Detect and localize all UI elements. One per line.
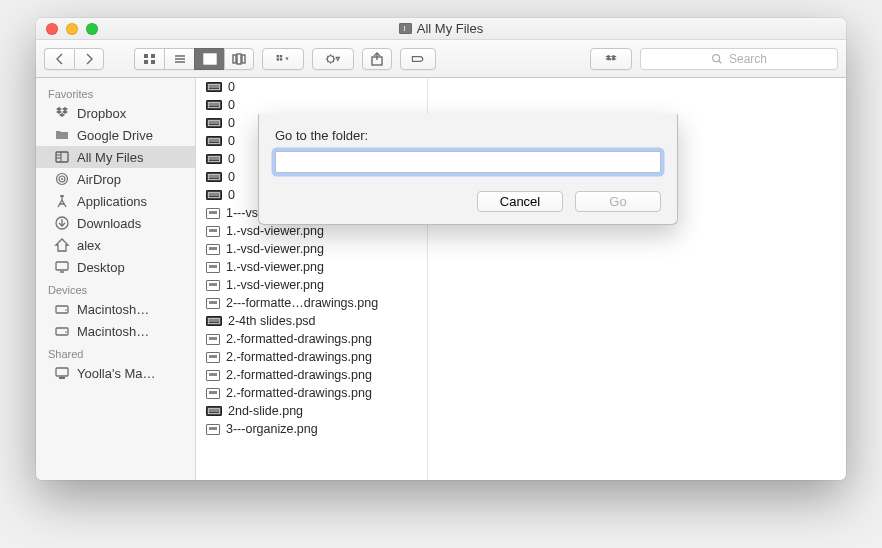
arrange-button[interactable]	[262, 48, 304, 70]
file-name: 0	[228, 170, 235, 184]
file-thumbnail-icon	[206, 262, 220, 273]
sidebar-item-yoolla-s-ma-[interactable]: Yoolla's Ma…	[36, 362, 195, 384]
svg-point-46	[65, 309, 67, 311]
file-name: 2-4th slides.psd	[228, 314, 316, 328]
sidebar-heading: Shared	[36, 342, 195, 362]
svg-rect-11	[237, 54, 241, 64]
sidebar-item-label: Yoolla's Ma…	[77, 366, 156, 381]
minimize-window-button[interactable]	[66, 23, 78, 35]
sidebar-item-label: alex	[77, 238, 101, 253]
sidebar-heading: Devices	[36, 278, 195, 298]
search-placeholder: Search	[729, 52, 767, 66]
sidebar-item-downloads[interactable]: Downloads	[36, 212, 195, 234]
tags-button[interactable]	[400, 48, 436, 70]
file-row[interactable]: 1.-vsd-viewer.png	[196, 240, 427, 258]
search-field[interactable]: Search	[640, 48, 838, 70]
zoom-window-button[interactable]	[86, 23, 98, 35]
icon-view-button[interactable]	[134, 48, 164, 70]
file-row[interactable]: 0	[196, 78, 427, 96]
dropbox-toolbar-button[interactable]	[590, 48, 632, 70]
toolbar: Search	[36, 40, 846, 78]
go-button[interactable]: Go	[575, 191, 661, 212]
svg-rect-49	[56, 368, 68, 376]
svg-rect-10	[233, 55, 236, 63]
folder-icon	[54, 127, 70, 143]
sidebar-item-label: Downloads	[77, 216, 141, 231]
desktop-icon	[54, 259, 70, 275]
svg-rect-3	[151, 60, 155, 64]
svg-marker-17	[285, 57, 288, 60]
list-view-button[interactable]	[164, 48, 194, 70]
file-thumbnail-icon	[206, 424, 220, 435]
airdrop-icon	[54, 171, 70, 187]
file-name: 0	[228, 98, 235, 112]
file-name: 1.-vsd-viewer.png	[226, 278, 324, 292]
sidebar-item-applications[interactable]: Applications	[36, 190, 195, 212]
svg-rect-43	[56, 262, 68, 270]
window-title: All My Files	[36, 21, 846, 36]
file-name: 0	[228, 188, 235, 202]
sidebar-item-dropbox[interactable]: Dropbox	[36, 102, 195, 124]
file-thumbnail-icon	[206, 226, 220, 237]
file-row[interactable]: 1.-vsd-viewer.png	[196, 258, 427, 276]
file-thumbnail-icon	[206, 298, 220, 309]
back-button[interactable]	[44, 48, 74, 70]
file-thumbnail-icon	[206, 100, 222, 110]
sidebar-item-google-drive[interactable]: Google Drive	[36, 124, 195, 146]
file-row[interactable]: 0	[196, 96, 427, 114]
file-thumbnail-icon	[206, 136, 222, 146]
file-row[interactable]: 2.-formatted-drawings.png	[196, 330, 427, 348]
file-name: 1.-vsd-viewer.png	[226, 260, 324, 274]
computer-icon	[54, 365, 70, 381]
cancel-button[interactable]: Cancel	[477, 191, 563, 212]
svg-rect-16	[280, 58, 282, 60]
column-view-button[interactable]	[194, 48, 224, 70]
allfiles-icon	[399, 23, 412, 34]
file-row[interactable]: 1.-vsd-viewer.png	[196, 276, 427, 294]
folder-path-input[interactable]	[275, 151, 661, 173]
svg-rect-7	[204, 54, 216, 64]
sidebar: FavoritesDropboxGoogle DriveAll My Files…	[36, 78, 196, 480]
share-button[interactable]	[362, 48, 392, 70]
file-row[interactable]: 2.-formatted-drawings.png	[196, 384, 427, 402]
file-row[interactable]: 2.-formatted-drawings.png	[196, 348, 427, 366]
file-row[interactable]: 2---formatte…drawings.png	[196, 294, 427, 312]
allfiles-icon	[54, 149, 70, 165]
sidebar-item-alex[interactable]: alex	[36, 234, 195, 256]
file-thumbnail-icon	[206, 388, 220, 399]
svg-point-48	[65, 331, 67, 333]
svg-marker-25	[611, 57, 617, 60]
window-controls	[36, 23, 98, 35]
svg-rect-13	[277, 55, 279, 57]
file-row[interactable]: 3---organize.png	[196, 420, 427, 438]
sidebar-item-label: Desktop	[77, 260, 125, 275]
home-icon	[54, 237, 70, 253]
sidebar-item-airdrop[interactable]: AirDrop	[36, 168, 195, 190]
sidebar-item-macintosh-[interactable]: Macintosh…	[36, 298, 195, 320]
file-thumbnail-icon	[206, 334, 220, 345]
file-thumbnail-icon	[206, 244, 220, 255]
forward-button[interactable]	[74, 48, 104, 70]
finder-window: All My Files Search FavoritesDropboxGoog…	[36, 18, 846, 480]
file-thumbnail-icon	[206, 118, 222, 128]
sidebar-item-macintosh-[interactable]: Macintosh…	[36, 320, 195, 342]
sidebar-item-desktop[interactable]: Desktop	[36, 256, 195, 278]
sidebar-item-label: Macintosh…	[77, 302, 149, 317]
file-row[interactable]: 2-4th slides.psd	[196, 312, 427, 330]
file-row[interactable]: 2nd-slide.png	[196, 402, 427, 420]
file-name: 0	[228, 152, 235, 166]
file-name: 1.-vsd-viewer.png	[226, 242, 324, 256]
svg-line-28	[719, 60, 722, 63]
coverflow-view-button[interactable]	[224, 48, 254, 70]
downloads-icon	[54, 215, 70, 231]
file-row[interactable]: 2.-formatted-drawings.png	[196, 366, 427, 384]
file-name: 0	[228, 80, 235, 94]
sidebar-item-all-my-files[interactable]: All My Files	[36, 146, 195, 168]
file-thumbnail-icon	[206, 172, 222, 182]
dialog-buttons: Cancel Go	[275, 191, 661, 212]
window-title-text: All My Files	[417, 21, 483, 36]
close-window-button[interactable]	[46, 23, 58, 35]
go-to-folder-dialog: Go to the folder: Cancel Go	[258, 114, 678, 225]
file-name: 2---formatte…drawings.png	[226, 296, 378, 310]
action-button[interactable]	[312, 48, 354, 70]
